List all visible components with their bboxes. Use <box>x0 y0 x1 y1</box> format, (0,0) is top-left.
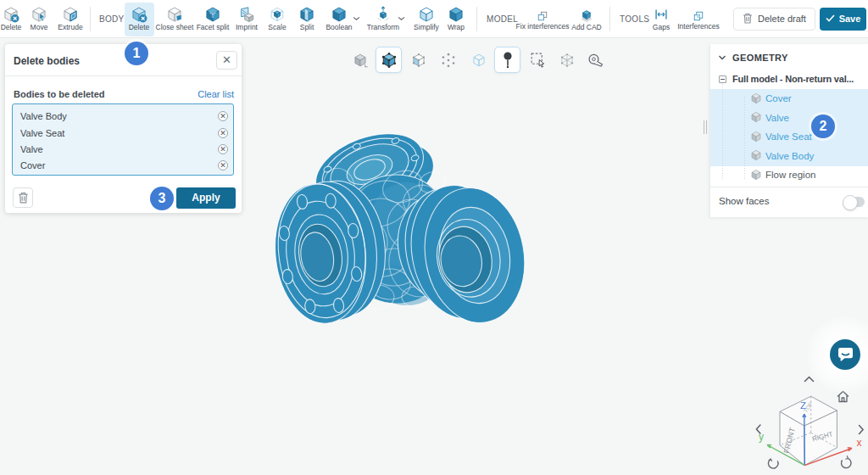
svg-text:Z: Z <box>800 400 806 411</box>
svg-text:x: x <box>857 437 862 449</box>
